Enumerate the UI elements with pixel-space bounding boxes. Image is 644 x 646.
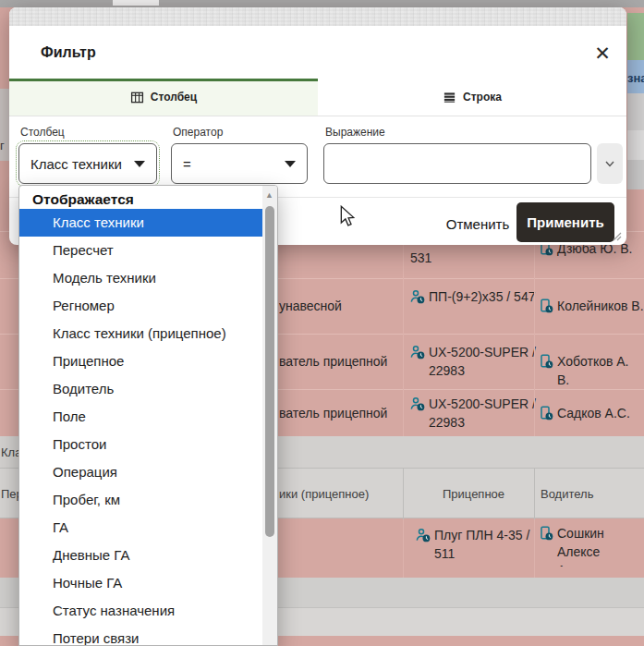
driver-cell: Садков А.С.	[539, 404, 644, 422]
trailer-cell: UX-5200-SUPER / 22983	[410, 343, 547, 380]
column-divider	[403, 519, 404, 578]
impl-class-cell: ватель прицепной	[279, 404, 387, 422]
dropdown-option[interactable]: Операция	[19, 458, 263, 486]
column-select-value: Класс техники	[30, 156, 128, 172]
column-field-label: Столбец	[20, 126, 65, 139]
app-screen: зна г 531 Дзюба Ю. В. унавесной ПП-(9+2)…	[0, 0, 644, 646]
tab-row-label: Строка	[463, 91, 502, 104]
sliver-cell-gray2	[627, 130, 644, 160]
dropdown-option[interactable]: Статус назначения	[19, 597, 263, 625]
dialog-tabbar: Столбец Строка	[9, 79, 626, 116]
operator-field-label: Оператор	[173, 126, 223, 139]
page-top-strip	[0, 0, 644, 7]
header-driver: Водитель	[541, 487, 593, 501]
sliver-cell-gray3	[627, 160, 644, 189]
sliver-cell-gray1	[627, 93, 644, 130]
dropdown-option[interactable]: Простои	[19, 431, 263, 458]
dropdown-option[interactable]: Поле	[19, 403, 263, 431]
column-select[interactable]: Класс техники	[18, 143, 157, 184]
dropdown-option[interactable]: Ночные ГА	[19, 569, 263, 597]
trailer-cell: 531	[410, 249, 431, 267]
dropdown-option[interactable]: Класс техники (прицепное)	[19, 320, 263, 347]
dialog-title: Фильтр	[41, 44, 96, 61]
trailer-value: UX-5200-SUPER / 22983	[429, 395, 547, 432]
person-clock-icon	[410, 396, 425, 411]
close-icon[interactable]: ✕	[588, 39, 617, 68]
dropdown-option[interactable]: ГА	[19, 514, 263, 542]
dropdown-option[interactable]: Прицепное	[19, 347, 263, 375]
dropdown-option[interactable]: Модель техники	[19, 264, 263, 292]
tab-column[interactable]: Столбец	[9, 79, 318, 116]
impl-class-cell: ватель прицепной	[279, 352, 387, 371]
scrollbar-thumb[interactable]	[265, 206, 274, 537]
dropdown-option[interactable]: Регномер	[19, 292, 263, 320]
person-clock-icon	[410, 289, 425, 304]
person-clock-icon	[416, 528, 431, 542]
dropdown-option[interactable]: Класс техники	[19, 209, 263, 237]
scroll-up-icon[interactable]: ▲	[265, 190, 273, 200]
dropdown-option[interactable]: Пробег, км	[19, 486, 263, 514]
column-dropdown-list: Отображается Класс техники Пересчет Моде…	[18, 185, 278, 646]
dropdown-option[interactable]: Пересчет	[19, 237, 263, 264]
column-divider	[403, 469, 404, 519]
driver-cell: Сошкин Алексе Александрович	[539, 524, 644, 567]
dropdown-option[interactable]: Потери связи	[19, 625, 263, 646]
expression-input[interactable]	[323, 143, 591, 184]
operator-select[interactable]: =	[171, 143, 308, 184]
driver-value: Колейников В.	[557, 297, 644, 315]
person-clock-icon	[410, 345, 425, 360]
dropdown-group-header: Отображается	[32, 191, 134, 208]
expression-expand-button[interactable]	[597, 143, 623, 184]
trailer-value: 531	[410, 249, 431, 267]
left-sliver-fragment: г	[0, 139, 9, 153]
header-impl-class: ики (прицепное)	[279, 487, 369, 501]
tab-column-label: Столбец	[151, 91, 197, 104]
expression-field-label: Выражение	[325, 126, 385, 139]
trailer-value: UX-5200-SUPER / 22983	[429, 343, 547, 380]
sliver-cell-blue: зна	[627, 60, 644, 93]
driver-value: Хоботков А. В.	[557, 352, 644, 389]
dropdown-scrollbar[interactable]: ▲	[262, 186, 277, 645]
header-trailer: Прицепное	[443, 487, 504, 501]
resize-grip-icon[interactable]	[613, 232, 622, 241]
columns-icon	[130, 91, 144, 104]
dialog-texture-strip	[9, 7, 626, 26]
column-divider	[534, 469, 535, 519]
dropdown-option[interactable]: Водитель	[19, 375, 263, 403]
trailer-cell: ПП-(9+2)x35 / 547	[410, 287, 540, 306]
chevron-down-icon	[285, 161, 296, 167]
tab-row[interactable]: Строка	[318, 79, 626, 116]
rows-icon	[443, 91, 456, 104]
apply-button[interactable]: Применить	[516, 202, 614, 242]
driver-value: Сошкин Алексе Александрович	[557, 524, 644, 567]
driver-value: Садков А.С.	[557, 404, 630, 422]
sliver-cell-green	[627, 13, 644, 60]
column-divider	[534, 231, 535, 436]
operator-select-value: =	[183, 156, 191, 172]
cancel-button[interactable]: Отменить	[436, 208, 519, 239]
dropdown-option[interactable]: Дневные ГА	[19, 542, 263, 569]
page-top-strip-box	[113, 0, 159, 6]
phone-clock-icon	[539, 354, 553, 369]
trailer-cell: UX-5200-SUPER / 22983	[410, 395, 547, 432]
impl-class-cell: унавесной	[279, 297, 342, 315]
phone-clock-icon	[539, 299, 553, 313]
phone-clock-icon	[539, 406, 553, 421]
phone-clock-icon	[539, 526, 553, 541]
column-divider	[534, 519, 535, 578]
trailer-cell: Плуг ПЛН 4-35 / 511	[416, 526, 534, 563]
driver-cell: Колейников В.	[539, 297, 644, 315]
chevron-down-icon	[605, 161, 614, 167]
trailer-value: Плуг ПЛН 4-35 / 511	[434, 526, 534, 563]
trailer-value: ПП-(9+2)x35 / 547	[429, 287, 535, 306]
chevron-down-icon	[134, 161, 145, 167]
driver-cell: Хоботков А. В.	[539, 352, 644, 389]
column-divider	[403, 231, 404, 436]
sliver-cell-label: зна	[627, 71, 644, 85]
